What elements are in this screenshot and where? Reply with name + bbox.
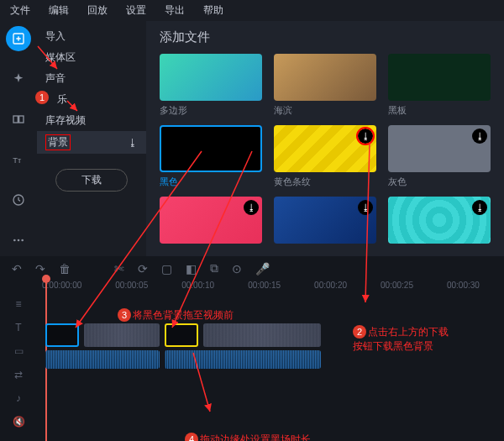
bg-thumb bbox=[274, 54, 376, 101]
cut-button[interactable]: ✄ bbox=[114, 262, 124, 276]
title-track-icon[interactable]: T bbox=[15, 322, 21, 333]
download-badge-icon[interactable]: ⭳ bbox=[472, 200, 487, 215]
video-clip-1[interactable] bbox=[84, 323, 160, 347]
download-button[interactable]: 下载 bbox=[55, 169, 128, 192]
annotation-badge-4: 4 bbox=[185, 433, 198, 441]
svg-text:Tт: Tт bbox=[13, 156, 22, 165]
menu-help[interactable]: 帮助 bbox=[200, 2, 227, 19]
download-badge-icon[interactable]: ⭳ bbox=[244, 200, 259, 215]
sidebar-stock-video[interactable]: 库存视频 bbox=[37, 110, 146, 131]
black-clip-2[interactable] bbox=[165, 323, 198, 347]
bg-tile-label: 黄色条纹 bbox=[274, 172, 376, 188]
bg-thumb: ⭳ bbox=[274, 197, 376, 244]
sidebar-music-label: 乐 bbox=[45, 93, 67, 105]
left-toolbar: Tт bbox=[0, 21, 37, 256]
svg-point-5 bbox=[13, 239, 16, 242]
timeline-panel: ↶ ↷ 🗑 ✄ ⟳ ▢ ◧ ⧉ ⊙ 🎤 0:00:00:00 00:00:05 … bbox=[0, 256, 504, 441]
bg-tile-label: 海滨 bbox=[274, 101, 376, 117]
bg-thumb bbox=[160, 54, 262, 101]
color-button[interactable]: ◧ bbox=[186, 262, 197, 276]
annotation-badge-1: 1 bbox=[35, 91, 49, 104]
svg-point-6 bbox=[18, 239, 20, 242]
panel-title: 添加文件 bbox=[160, 29, 491, 45]
timeline-tracks[interactable] bbox=[37, 297, 504, 428]
bg-tile-2[interactable]: 黑板 bbox=[388, 54, 491, 117]
menu-export[interactable]: 导出 bbox=[161, 2, 188, 19]
bg-tile-4[interactable]: ⭳黄色条纹 bbox=[274, 125, 376, 188]
titles-tool[interactable]: Tт bbox=[6, 147, 31, 172]
transitions-tool[interactable] bbox=[6, 107, 31, 132]
menu-edit[interactable]: 编辑 bbox=[45, 2, 72, 19]
svg-rect-2 bbox=[19, 116, 24, 123]
sidebar-sound[interactable]: 声音 bbox=[37, 68, 146, 89]
ruler-tick: 00:00:20 bbox=[314, 281, 347, 290]
bg-tile-6[interactable]: ⭳ bbox=[160, 197, 262, 244]
background-grid: 多边形海滨黑板黑色⭳黄色条纹⭳灰色⭳⭳⭳ bbox=[160, 54, 491, 244]
annotation-4-text: 拖动边缘处设置黑场时长 bbox=[200, 433, 311, 441]
audio-button[interactable]: 🎤 bbox=[255, 262, 270, 276]
sidebar-background[interactable]: 背景 ⭳ bbox=[37, 131, 146, 154]
bg-thumb bbox=[160, 125, 262, 172]
sidebar-media[interactable]: 媒体区 bbox=[37, 47, 146, 68]
annotation-4: 4拖动边缘处设置黑场时长 bbox=[185, 433, 311, 441]
audio-track[interactable] bbox=[37, 350, 504, 369]
stickers-tool[interactable] bbox=[6, 187, 31, 213]
bg-tile-label: 黑板 bbox=[388, 101, 491, 117]
bg-tile-1[interactable]: 海滨 bbox=[274, 54, 376, 117]
svg-point-7 bbox=[21, 239, 24, 242]
download-badge-icon[interactable]: ⭳ bbox=[358, 200, 373, 215]
ruler-tick: 00:00:30 bbox=[447, 281, 480, 290]
filters-tool[interactable] bbox=[6, 66, 31, 92]
video-clip-2[interactable] bbox=[203, 323, 321, 347]
bg-tile-8[interactable]: ⭳ bbox=[388, 197, 491, 244]
bg-tile-label: 灰色 bbox=[388, 172, 491, 188]
link-track-icon[interactable]: ⇄ bbox=[14, 369, 23, 381]
bg-tile-label: 多边形 bbox=[160, 101, 262, 117]
clip-props-button[interactable]: ⧉ bbox=[210, 261, 218, 276]
rotate-button[interactable]: ⟳ bbox=[138, 262, 148, 276]
audio-track-icon[interactable]: ♪ bbox=[16, 392, 21, 404]
menu-playback[interactable]: 回放 bbox=[84, 2, 111, 19]
speed-button[interactable]: ⊙ bbox=[232, 262, 242, 276]
menu-settings[interactable]: 设置 bbox=[123, 2, 150, 19]
bg-tile-3[interactable]: 黑色 bbox=[160, 125, 262, 188]
download-icon: ⭳ bbox=[128, 137, 138, 149]
audio-clip-1[interactable] bbox=[45, 350, 160, 369]
content-panel: 添加文件 多边形海滨黑板黑色⭳黄色条纹⭳灰色⭳⭳⭳ bbox=[146, 21, 504, 256]
add-media-button[interactable] bbox=[6, 26, 31, 51]
sidebar-music[interactable]: 1 乐 bbox=[37, 89, 146, 110]
more-tool[interactable] bbox=[6, 228, 31, 253]
bg-tile-5[interactable]: ⭳灰色 bbox=[388, 125, 491, 188]
menu-file[interactable]: 文件 bbox=[7, 2, 34, 19]
bg-thumb: ⭳ bbox=[388, 125, 491, 172]
bg-thumb: ⭳ bbox=[160, 197, 262, 244]
sidebar-background-label: 背景 bbox=[45, 134, 71, 150]
media-sidebar: 导入 媒体区 声音 1 乐 库存视频 背景 ⭳ 下载 bbox=[37, 21, 146, 256]
timeline-toolbar: ↶ ↷ 🗑 ✄ ⟳ ▢ ◧ ⧉ ⊙ 🎤 bbox=[0, 256, 504, 281]
timeline-ruler[interactable]: 0:00:00:00 00:00:05 00:00:10 00:00:15 00… bbox=[0, 281, 504, 290]
ruler-tick: 00:00:05 bbox=[115, 281, 148, 290]
video-track[interactable] bbox=[37, 323, 504, 347]
ruler-tick: 00:00:15 bbox=[248, 281, 281, 290]
sidebar-import[interactable]: 导入 bbox=[37, 26, 146, 47]
redo-button[interactable]: ↷ bbox=[35, 262, 45, 276]
black-clip-1[interactable] bbox=[45, 323, 79, 347]
download-badge-icon[interactable]: ⭳ bbox=[472, 129, 487, 144]
menu-bar: 文件 编辑 回放 设置 导出 帮助 bbox=[0, 0, 504, 21]
delete-button[interactable]: 🗑 bbox=[59, 262, 71, 276]
bg-tile-0[interactable]: 多边形 bbox=[160, 54, 262, 117]
track-settings-icon[interactable]: ≡ bbox=[15, 298, 21, 310]
bg-tile-label: 黑色 bbox=[160, 172, 262, 188]
track-controls: ≡ T ▭ ⇄ ♪ 🔇 bbox=[0, 297, 37, 428]
crop-button[interactable]: ▢ bbox=[161, 262, 172, 276]
bg-thumb: ⭳ bbox=[388, 197, 491, 244]
download-badge-icon[interactable]: ⭳ bbox=[358, 129, 373, 144]
mute-icon[interactable]: 🔇 bbox=[13, 416, 25, 428]
ruler-tick: 00:00:10 bbox=[181, 281, 214, 290]
svg-rect-1 bbox=[13, 116, 18, 123]
ruler-tick: 00:00:25 bbox=[381, 281, 413, 290]
undo-button[interactable]: ↶ bbox=[12, 262, 22, 276]
bg-tile-7[interactable]: ⭳ bbox=[274, 197, 376, 244]
audio-clip-2[interactable] bbox=[165, 350, 321, 369]
video-track-icon[interactable]: ▭ bbox=[14, 345, 24, 357]
